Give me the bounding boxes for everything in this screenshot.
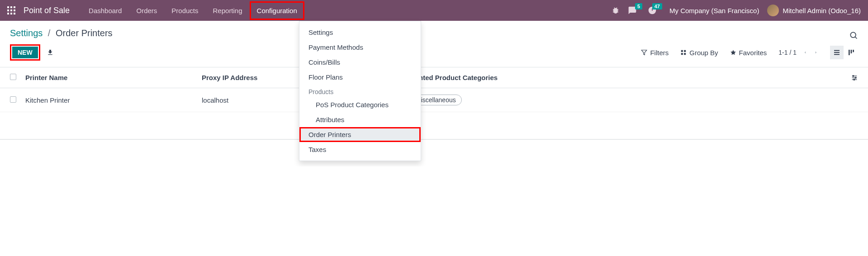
dropdown-attributes[interactable]: Attributes [299,112,421,127]
filters-label: Filters [650,49,669,57]
svg-line-1 [855,37,857,39]
dropdown-products-header: Products [299,85,421,97]
th-categories[interactable]: Printed Product Categories [405,67,846,88]
pager-text: 1-1 / 1 [778,49,797,56]
favorites-label: Favorites [739,49,767,57]
cell-printer-name: Kitchen Printer [21,88,197,112]
svg-rect-8 [834,50,840,51]
view-switcher [830,46,858,59]
table-wrap: Printer Name Proxy IP Address Printed Pr… [0,67,868,166]
pager-prev[interactable] [803,49,807,56]
th-options[interactable] [846,67,868,88]
avatar [767,5,779,16]
dropdown-pos-categories[interactable]: PoS Product Categories [299,97,421,112]
activities-badge: 47 [652,3,662,9]
configuration-dropdown: Settings Payment Methods Coins/Bills Flo… [299,21,421,161]
nav-items: Dashboard Orders Products Reporting Conf… [81,1,304,20]
svg-rect-10 [834,54,840,55]
nav-reporting[interactable]: Reporting [206,1,250,20]
user-menu[interactable]: Mitchell Admin (Odoo_16) [767,5,861,16]
breadcrumb: Settings / Order Printers [10,28,113,38]
svg-rect-4 [684,50,686,52]
pager-next[interactable] [814,49,818,56]
dropdown-taxes[interactable]: Taxes [299,142,421,157]
group-by-button[interactable]: Group By [680,49,718,57]
dropdown-settings[interactable]: Settings [299,25,421,40]
user-name: Mitchell Admin (Odoo_16) [783,7,861,14]
nav-orders[interactable]: Orders [129,1,164,20]
toolbar: NEW Filters Group By Favorites 1-1 / 1 [0,44,868,67]
import-icon[interactable] [47,49,54,56]
navbar-right: 5 47 My Company (San Francisco) Mitchell… [612,5,861,16]
svg-rect-12 [851,50,852,53]
kanban-view-button[interactable] [844,46,858,59]
dropdown-floor-plans[interactable]: Floor Plans [299,70,421,85]
new-button[interactable]: NEW [12,47,38,58]
svg-point-15 [853,75,854,76]
svg-rect-3 [681,50,683,52]
svg-point-17 [855,77,856,78]
group-by-label: Group By [689,49,718,57]
search-icon[interactable] [849,31,858,40]
list-view-button[interactable] [830,46,844,59]
svg-rect-9 [834,52,840,53]
row-checkbox[interactable] [10,96,16,103]
cell-categories: Miscellaneous [405,88,846,112]
nav-configuration[interactable]: Configuration [250,1,304,20]
breadcrumb-parent[interactable]: Settings [10,28,43,38]
svg-point-0 [850,32,856,38]
nav-dashboard[interactable]: Dashboard [81,1,129,20]
company-name[interactable]: My Company (San Francisco) [669,7,759,14]
app-brand[interactable]: Point of Sale [24,6,70,15]
printers-table: Printer Name Proxy IP Address Printed Pr… [0,67,868,139]
dropdown-coins-bills[interactable]: Coins/Bills [299,55,421,70]
messages-badge: 5 [635,3,642,9]
breadcrumb-current: Order Printers [56,28,113,38]
svg-point-19 [854,79,855,80]
debug-icon[interactable] [612,6,620,14]
svg-marker-7 [730,50,736,55]
filters-button[interactable]: Filters [641,49,669,57]
favorites-button[interactable]: Favorites [730,49,767,57]
dropdown-order-printers[interactable]: Order Printers [299,127,421,142]
table-row[interactable]: Kitchen Printer localhost Miscellaneous [0,88,868,112]
breadcrumb-separator: / [48,28,51,38]
svg-rect-5 [681,53,683,55]
activities-icon[interactable]: 47 [648,6,657,15]
svg-rect-11 [849,50,850,55]
dropdown-payment-methods[interactable]: Payment Methods [299,40,421,55]
navbar: Point of Sale Dashboard Orders Products … [0,0,868,21]
apps-icon[interactable] [7,6,15,14]
svg-marker-2 [642,50,647,55]
th-printer-name[interactable]: Printer Name [21,67,197,88]
svg-rect-13 [853,50,854,52]
content-header: Settings / Order Printers [0,21,868,44]
select-all-checkbox[interactable] [10,74,16,80]
messages-icon[interactable]: 5 [628,6,637,15]
new-button-highlight: NEW [10,44,40,61]
nav-products[interactable]: Products [164,1,205,20]
svg-rect-6 [684,53,686,55]
pager: 1-1 / 1 [778,49,818,56]
